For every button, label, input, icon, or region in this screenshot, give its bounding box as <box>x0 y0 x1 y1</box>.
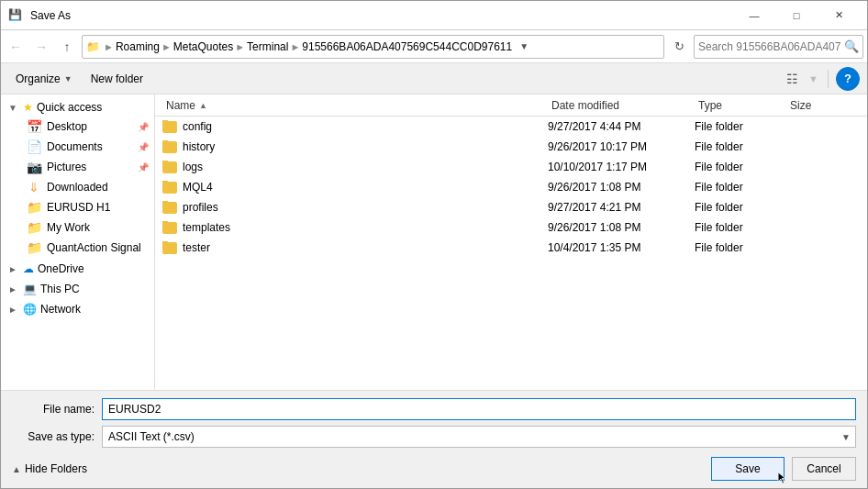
table-row[interactable]: logs 10/10/2017 1:17 PM File folder <box>155 157 867 177</box>
save-button[interactable]: Save <box>711 457 785 481</box>
search-icon: 🔍 <box>844 39 859 53</box>
toolbar-divider <box>828 70 829 88</box>
thispc-header[interactable]: ► 💻 This PC <box>1 280 154 298</box>
mywork-icon: 📁 <box>27 220 41 235</box>
sidebar-item-pictures[interactable]: 📷 Pictures 📌 <box>1 157 154 177</box>
thispc-arrow: ► <box>8 284 19 295</box>
folder-icon-sm <box>162 242 177 254</box>
crumb-metaquotes[interactable]: MetaQuotes <box>173 40 233 53</box>
search-bar[interactable]: 🔍 <box>694 35 863 59</box>
filename-input[interactable] <box>102 398 856 420</box>
sidebar-item-eurusd[interactable]: 📁 EURUSD H1 <box>1 197 154 217</box>
back-button[interactable]: ← <box>5 36 27 58</box>
eurusd-folder-icon: 📁 <box>27 200 41 215</box>
pin-icon-pictures: 📌 <box>138 162 149 172</box>
file-list-header: Name ▲ Date modified Type Size <box>155 94 867 117</box>
organize-button[interactable]: Organize ▼ <box>8 68 80 90</box>
col-header-name[interactable]: Name ▲ <box>162 99 548 112</box>
table-row[interactable]: templates 9/26/2017 1:08 PM File folder <box>155 217 867 238</box>
cancel-button[interactable]: Cancel <box>792 457 856 481</box>
network-header[interactable]: ► 🌐 Network <box>1 300 154 318</box>
folder-icon-sm <box>162 121 177 133</box>
crumb-terminal[interactable]: Terminal <box>247 40 288 53</box>
table-row[interactable]: tester 10/4/2017 1:35 PM File folder <box>155 238 867 258</box>
file-list-body: config 9/27/2017 4:44 PM File folder his… <box>155 117 867 390</box>
organize-dropdown-arrow: ▼ <box>64 74 72 83</box>
file-name-cell: MQL4 <box>162 181 548 194</box>
desktop-icon: 📅 <box>27 119 41 134</box>
savetype-wrapper: ASCII Text (*.csv) CSV (*.csv) Text (*.t… <box>102 426 856 448</box>
pin-icon-documents: 📌 <box>138 142 149 152</box>
buttons-row: ▲ Hide Folders Save Cancel <box>12 453 856 481</box>
file-type-cell: File folder <box>695 140 786 153</box>
title-bar: 💾 Save As — □ ✕ <box>1 1 867 30</box>
title-bar-left: 💾 Save As <box>8 8 71 23</box>
file-date-cell: 9/27/2017 4:21 PM <box>548 201 695 214</box>
sidebar-item-mywork[interactable]: 📁 My Work <box>1 217 154 238</box>
folder-icon-addr: 📁 <box>86 40 100 53</box>
view-button[interactable]: ☷ <box>781 68 803 90</box>
file-name-cell: config <box>162 120 548 133</box>
col-size-label: Size <box>790 99 811 112</box>
cursor-icon <box>776 472 789 485</box>
action-toolbar: Organize ▼ New folder ☷ ▼ ? <box>1 63 867 94</box>
sidebar-item-quantaction[interactable]: 📁 QuantAction Signal <box>1 238 154 258</box>
new-folder-button[interactable]: New folder <box>83 68 150 90</box>
savetype-select[interactable]: ASCII Text (*.csv) CSV (*.csv) Text (*.t… <box>102 426 856 448</box>
hide-folders-arrow-icon: ▲ <box>12 464 21 474</box>
folder-icon-sm <box>162 222 177 234</box>
file-name-cell: templates <box>162 221 548 234</box>
file-name-cell: history <box>162 140 548 153</box>
col-date-label: Date modified <box>551 99 619 112</box>
onedrive-header[interactable]: ► ☁ OneDrive <box>1 260 154 278</box>
action-buttons: Save Cancel <box>711 457 856 481</box>
file-date-cell: 9/27/2017 4:44 PM <box>548 120 695 133</box>
address-toolbar: ← → ↑ 📁 ► Roaming ► MetaQuotes ► Termina… <box>1 30 867 63</box>
close-button[interactable]: ✕ <box>818 1 860 30</box>
sidebar-item-downloaded[interactable]: ⇓ Downloaded <box>1 177 154 197</box>
onedrive-icon: ☁ <box>23 262 34 275</box>
minimize-button[interactable]: — <box>733 1 775 30</box>
col-header-type[interactable]: Type <box>695 99 786 112</box>
crumb-hash[interactable]: 915566BA06ADA407569C544CC0D97611 <box>302 40 512 53</box>
file-type-cell: File folder <box>695 201 786 214</box>
table-row[interactable]: profiles 9/27/2017 4:21 PM File folder <box>155 197 867 217</box>
cancel-label: Cancel <box>807 462 840 475</box>
crumb-sep-3: ► <box>290 41 300 52</box>
table-row[interactable]: MQL4 9/26/2017 1:08 PM File folder <box>155 177 867 197</box>
maximize-button[interactable]: □ <box>775 1 818 30</box>
file-date-cell: 9/26/2017 1:08 PM <box>548 221 695 234</box>
quick-access-arrow: ▼ <box>8 103 19 113</box>
quick-access-header[interactable]: ▼ ★ Quick access <box>1 98 154 117</box>
table-row[interactable]: config 9/27/2017 4:44 PM File folder <box>155 117 867 137</box>
desktop-label: Desktop <box>47 120 87 133</box>
table-row[interactable]: history 9/26/2017 10:17 PM File folder <box>155 137 867 157</box>
sidebar-item-documents[interactable]: 📄 Documents 📌 <box>1 137 154 157</box>
thispc-section: ► 💻 This PC <box>1 280 154 298</box>
organize-label: Organize <box>16 72 61 85</box>
help-button[interactable]: ? <box>836 67 860 91</box>
col-header-size[interactable]: Size <box>786 99 860 112</box>
crumb-sep-0: ► <box>104 41 114 52</box>
network-section: ► 🌐 Network <box>1 300 154 318</box>
main-content: ▼ ★ Quick access 📅 Desktop 📌 📄 Documents… <box>1 94 867 390</box>
file-date-cell: 10/4/2017 1:35 PM <box>548 241 695 254</box>
search-input[interactable] <box>698 40 840 53</box>
file-date-cell: 9/26/2017 10:17 PM <box>548 140 695 153</box>
up-button[interactable]: ↑ <box>56 36 78 58</box>
address-bar[interactable]: 📁 ► Roaming ► MetaQuotes ► Terminal ► 91… <box>82 35 664 59</box>
quick-access-star-icon: ★ <box>23 101 33 114</box>
filename-row: File name: <box>12 398 856 420</box>
crumb-roaming[interactable]: Roaming <box>116 40 160 53</box>
col-header-date[interactable]: Date modified <box>548 99 695 112</box>
downloaded-icon: ⇓ <box>27 180 41 194</box>
sidebar-item-desktop[interactable]: 📅 Desktop 📌 <box>1 117 154 137</box>
forward-button[interactable]: → <box>30 36 52 58</box>
dialog-icon: 💾 <box>8 8 23 23</box>
refresh-button[interactable]: ↻ <box>668 35 690 59</box>
documents-label: Documents <box>47 140 103 153</box>
col-name-label: Name <box>166 99 195 112</box>
hide-folders-button[interactable]: ▲ Hide Folders <box>12 462 87 475</box>
address-dropdown-button[interactable]: ▼ <box>516 36 532 58</box>
file-type-cell: File folder <box>695 221 786 234</box>
